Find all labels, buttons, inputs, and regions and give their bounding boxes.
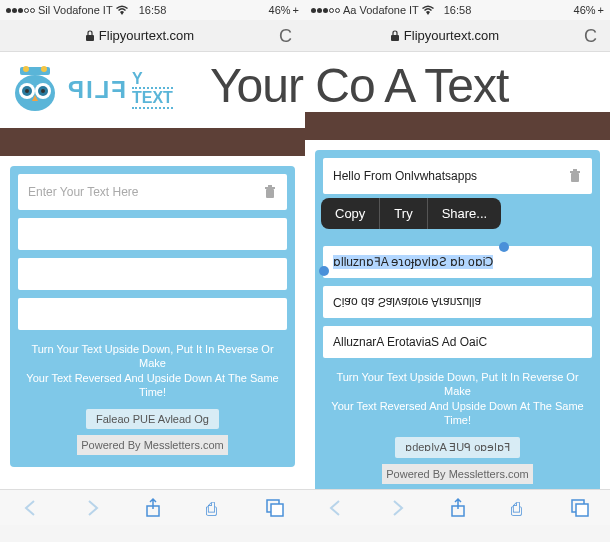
svg-point-10 [41,89,45,93]
svg-rect-22 [573,169,577,171]
trash-icon[interactable] [263,185,277,199]
output-field-3[interactable] [18,298,287,330]
input-placeholder: Enter Your Text Here [28,185,139,199]
svg-rect-26 [576,504,588,516]
back-icon[interactable] [325,497,347,519]
url-domain: Flipyourtext.com [99,28,194,43]
lock-icon [85,30,95,42]
flipped-text: ɒlluznɒꟻA ɘɿoɟɒvlɒƧ ɒb oɒiƆ [333,255,493,269]
svg-rect-19 [391,35,399,41]
share-menu-item[interactable]: Share... [428,198,502,229]
output-field-1[interactable] [18,218,287,250]
overlay-title-text: Your Co A Text [210,58,508,113]
wifi-icon [116,5,128,15]
svg-point-9 [25,89,29,93]
brown-separator [305,112,610,140]
status-bar: Sil Vodafone IT 16:58 46% + [0,0,305,20]
output-field-upside[interactable]: Ciao da Salvatore Aranzulla [323,286,592,318]
reload-icon[interactable]: C [584,26,604,46]
carrier-label: Aa Vodafone IT [343,4,419,16]
battery-plus-icon: + [293,4,299,16]
powered-by-link[interactable]: Powered By Messletters.com [382,464,532,484]
svg-text:⎙: ⎙ [511,499,522,519]
svg-point-2 [23,66,29,72]
output-field-flipped[interactable]: ɒlluznɒꟻA ɘɿoɟɒvlɒƧ ɒb oɒiƆ [323,246,592,278]
brown-separator [0,128,305,156]
output-field-2[interactable] [18,258,287,290]
share-icon[interactable] [142,497,164,519]
svg-point-3 [41,66,47,72]
signal-icon [311,8,340,13]
copy-menu-item[interactable]: Copy [321,198,380,229]
selection-handle-end[interactable] [499,242,509,252]
lock-icon [390,30,400,42]
browser-toolbar: ⎙ [0,489,305,525]
status-bar: Aa Vodafone IT 16:58 46% + [305,0,610,20]
svg-rect-12 [266,189,274,198]
promo-button[interactable]: ɒdeɒlvA ƎUᑫ oɒɘlɒꟻ [395,437,520,458]
time-label: 16:58 [444,4,472,16]
main-card: Hello From Onlvwhatsapps Copy Try Share.… [315,150,600,496]
battery-percent: 46% [574,4,596,16]
svg-rect-14 [268,185,272,187]
forward-icon[interactable] [81,497,103,519]
yourtext-logo: Y TEXT [132,71,173,109]
input-value: Hello From Onlvwhatsapps [333,169,477,183]
browser-url-bar[interactable]: Flipyourtext.com C [0,20,305,52]
main-card: Enter Your Text Here Turn Your Text Upsi… [10,166,295,467]
wifi-icon [422,5,434,15]
output-field-reverse[interactable]: AlluznarA ErotaviaS Ad OaiC [323,326,592,358]
owl-logo-icon [10,65,60,115]
promo-text: Turn Your Text Upside Down, Put It In Re… [323,366,592,431]
trash-icon[interactable] [568,169,582,183]
time-label: 16:58 [139,4,167,16]
svg-text:⎙: ⎙ [206,499,217,519]
promo-button[interactable]: Faleao PUE Avlead Og [86,409,219,429]
text-input[interactable]: Enter Your Text Here [18,174,287,210]
try-menu-item[interactable]: Try [380,198,427,229]
browser-url-bar[interactable]: Flipyourtext.com C [305,20,610,52]
reload-icon[interactable]: C [279,26,299,46]
signal-icon [6,8,35,13]
forward-icon[interactable] [386,497,408,519]
url-domain: Flipyourtext.com [404,28,499,43]
battery-percent: 46% [269,4,291,16]
selection-handle-start[interactable] [319,266,329,276]
svg-rect-0 [86,35,94,41]
share-icon[interactable] [447,497,469,519]
tabs-icon[interactable] [569,497,591,519]
text-context-menu: Copy Try Share... [321,198,501,229]
back-icon[interactable] [20,497,42,519]
flip-logo-text: FLIP [66,76,126,104]
promo-text: Turn Your Text Upside Down, Put It In Re… [18,338,287,403]
svg-rect-21 [570,171,580,173]
svg-rect-13 [265,187,275,189]
carrier-label: Sil Vodafone IT [38,4,113,16]
tabs-icon[interactable] [264,497,286,519]
bookmarks-icon[interactable]: ⎙ [203,497,225,519]
upside-text: Ciao da Salvatore Aranzulla [333,295,481,309]
browser-toolbar: ⎙ [305,489,610,525]
svg-rect-20 [571,173,579,182]
bookmarks-icon[interactable]: ⎙ [508,497,530,519]
text-input[interactable]: Hello From Onlvwhatsapps [323,158,592,194]
reverse-text: AlluznarA ErotaviaS Ad OaiC [333,335,487,349]
svg-rect-18 [271,504,283,516]
powered-by-link[interactable]: Powered By Messletters.com [77,435,227,455]
battery-plus-icon: + [598,4,604,16]
